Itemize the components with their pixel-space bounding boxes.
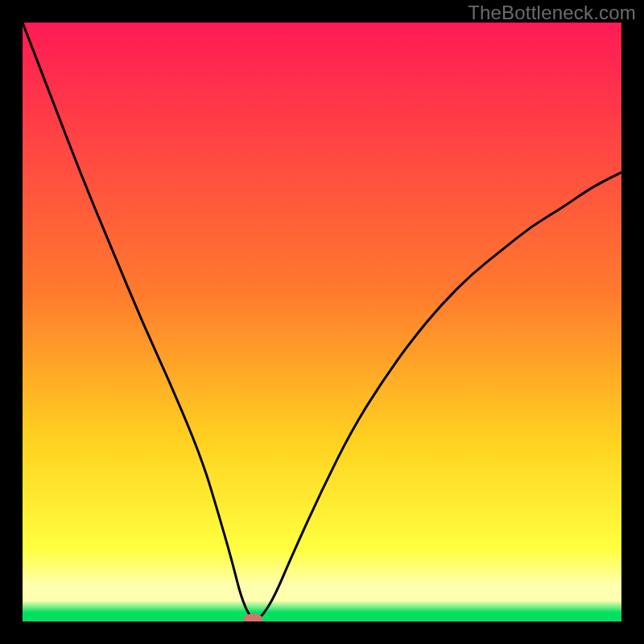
chart-svg: [23, 23, 621, 621]
watermark-text: TheBottleneck.com: [468, 2, 636, 24]
outer-frame: TheBottleneck.com: [0, 0, 644, 644]
plot-area: [23, 23, 621, 621]
gradient-background: [23, 23, 621, 621]
